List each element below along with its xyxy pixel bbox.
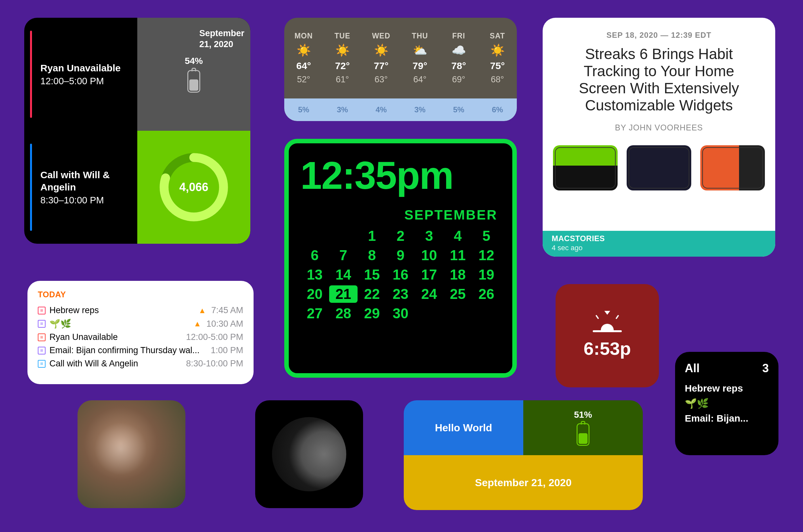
- event-2-time: 8:30–10:00 PM: [40, 195, 128, 206]
- calendar-day[interactable]: 18: [444, 266, 472, 283]
- calendar-day[interactable]: 21: [329, 285, 358, 303]
- list-bullet-icon: ≡: [38, 307, 45, 315]
- agenda-item[interactable]: ≡ Call with Will & Angelin 8:30-10:00 PM: [38, 357, 243, 370]
- event-1[interactable]: Ryan Unavailable 12:00–5:00 PM: [24, 18, 137, 131]
- agenda-time: 1:00 PM: [211, 345, 243, 356]
- forecast-day[interactable]: MON ☀️ 64° 52°: [284, 18, 323, 98]
- calendar-day[interactable]: 22: [358, 285, 386, 303]
- low-temp: 68°: [491, 75, 504, 84]
- calendar-day[interactable]: 30: [386, 305, 415, 322]
- article-thumbnails: [543, 145, 775, 190]
- high-temp: 75°: [490, 60, 505, 71]
- moon-phase-widget[interactable]: [255, 400, 363, 508]
- sunset-time: 6:53p: [584, 338, 631, 359]
- thumbnail-icon: [627, 145, 691, 190]
- hello-world-widget[interactable]: Hello World 51% September 21, 2020: [404, 400, 643, 510]
- calendar-day[interactable]: 20: [300, 285, 329, 303]
- event-1-title: Ryan Unavailable: [40, 62, 128, 74]
- task-item[interactable]: Email: Bijan...: [685, 411, 769, 426]
- activity-ring-cell[interactable]: 4,066: [137, 131, 250, 244]
- calendar-day[interactable]: 28: [329, 305, 358, 322]
- sunset-icon: [593, 313, 622, 332]
- calendar-day[interactable]: 1: [358, 227, 386, 245]
- agenda-title: Call with Will & Angelin: [50, 359, 182, 369]
- today-agenda-widget[interactable]: TODAY ≡ Hebrew reps ▲ 7:45 AM ≡ 🌱🌿 ▲ 10:…: [27, 281, 254, 384]
- calendar-day[interactable]: 10: [415, 247, 444, 264]
- calendar-day[interactable]: 14: [329, 266, 358, 283]
- agenda-item[interactable]: ≡ Email: Bijan confirming Thursday wal..…: [38, 344, 243, 357]
- calendar-day[interactable]: 6: [300, 247, 329, 264]
- agenda-title: Ryan Unavailable: [50, 332, 182, 342]
- day-name: TUE: [335, 32, 351, 40]
- tasks-header: All: [685, 362, 699, 375]
- calendar-day[interactable]: 13: [300, 266, 329, 283]
- hydration-date-cell[interactable]: September 21, 2020 54%: [137, 18, 250, 131]
- article-age: 4 sec ago: [552, 244, 766, 252]
- weather-forecast-widget[interactable]: MON ☀️ 64° 52° TUE ☀️ 72° 61° WED ☀️ 77°…: [284, 18, 517, 121]
- calendar-day[interactable]: 19: [472, 266, 501, 283]
- agenda-item[interactable]: ≡ Hebrew reps ▲ 7:45 AM: [38, 304, 243, 317]
- day-name: FRI: [452, 32, 465, 40]
- bottle-icon: [577, 423, 590, 446]
- forecast-day[interactable]: SAT ☀️ 75° 68°: [478, 18, 517, 98]
- precip-chance: 3%: [400, 98, 439, 121]
- calendar-day[interactable]: 24: [415, 285, 444, 303]
- forecast-row: MON ☀️ 64° 52° TUE ☀️ 72° 61° WED ☀️ 77°…: [284, 18, 517, 98]
- agenda-item[interactable]: ≡ Ryan Unavailable 12:00-5:00 PM: [38, 330, 243, 344]
- calendar-day[interactable]: 12: [472, 247, 501, 264]
- calendar-day[interactable]: 29: [358, 305, 386, 322]
- article-byline: BY JOHN VOORHEES: [562, 123, 756, 132]
- agenda-item[interactable]: ≡ 🌱🌿 ▲ 10:30 AM: [38, 317, 243, 330]
- weather-icon: ☀️: [490, 43, 505, 57]
- low-temp: 52°: [297, 75, 311, 84]
- step-count: 4,066: [179, 180, 208, 194]
- tasks-mini-widget[interactable]: All 3 Hebrew reps🌱🌿Email: Bijan...: [675, 352, 779, 455]
- warning-icon: ▲: [198, 306, 206, 315]
- calendar-health-widget[interactable]: Ryan Unavailable 12:00–5:00 PM September…: [24, 18, 250, 244]
- calendar-day[interactable]: 25: [444, 285, 472, 303]
- calendar-day[interactable]: 7: [329, 247, 358, 264]
- event-2[interactable]: Call with Will & Angelin 8:30–10:00 PM: [24, 131, 137, 244]
- high-temp: 64°: [296, 60, 311, 71]
- forecast-day[interactable]: WED ☀️ 77° 63°: [362, 18, 400, 98]
- calendar-day[interactable]: 17: [415, 266, 444, 283]
- thumbnail-icon: [553, 145, 618, 190]
- list-bullet-icon: ≡: [38, 347, 45, 355]
- calendar-day[interactable]: 15: [358, 266, 386, 283]
- calendar-day[interactable]: 27: [300, 305, 329, 322]
- photo-widget[interactable]: [77, 400, 185, 508]
- forecast-day[interactable]: THU ⛅ 79° 64°: [400, 18, 439, 98]
- high-temp: 79°: [412, 60, 427, 71]
- tasks-count: 3: [762, 362, 769, 375]
- list-bullet-icon: ≡: [38, 334, 45, 341]
- calendar-day[interactable]: 16: [386, 266, 415, 283]
- clock-calendar-widget[interactable]: 12:35pm SEPTEMBER 1234567891011121314151…: [284, 139, 517, 378]
- news-article-widget[interactable]: SEP 18, 2020 — 12:39 EDT Streaks 6 Bring…: [543, 18, 775, 256]
- forecast-day[interactable]: TUE ☀️ 72° 61°: [323, 18, 362, 98]
- precip-chance: 5%: [439, 98, 478, 121]
- calendar-grid: 1234567891011121314151617181920212223242…: [300, 227, 501, 322]
- agenda-title: Email: Bijan confirming Thursday wal...: [50, 345, 207, 356]
- sunset-widget[interactable]: 6:53p: [556, 284, 659, 387]
- task-item[interactable]: Hebrew reps: [685, 381, 769, 396]
- event-1-time: 12:00–5:00 PM: [40, 76, 128, 87]
- calendar-month: SEPTEMBER: [300, 207, 498, 223]
- calendar-day[interactable]: 2: [386, 227, 415, 245]
- forecast-day[interactable]: FRI ☁️ 78° 69°: [439, 18, 478, 98]
- task-item[interactable]: 🌱🌿: [685, 396, 769, 411]
- calendar-day[interactable]: 8: [358, 247, 386, 264]
- calendar-day[interactable]: 5: [472, 227, 501, 245]
- today-list: ≡ Hebrew reps ▲ 7:45 AM ≡ 🌱🌿 ▲ 10:30 AM …: [38, 304, 243, 370]
- thumbnail-icon: [700, 145, 765, 190]
- low-temp: 69°: [452, 75, 465, 84]
- calendar-day[interactable]: 4: [444, 227, 472, 245]
- tasks-header-row: All 3: [685, 362, 769, 375]
- calendar-day[interactable]: 9: [386, 247, 415, 264]
- calendar-day[interactable]: 3: [415, 227, 444, 245]
- calendar-day[interactable]: 23: [386, 285, 415, 303]
- calendar-day[interactable]: 11: [444, 247, 472, 264]
- calendar-blank: [300, 227, 329, 245]
- high-temp: 77°: [374, 60, 388, 71]
- calendar-day[interactable]: 26: [472, 285, 501, 303]
- precip-chance: 6%: [478, 98, 517, 121]
